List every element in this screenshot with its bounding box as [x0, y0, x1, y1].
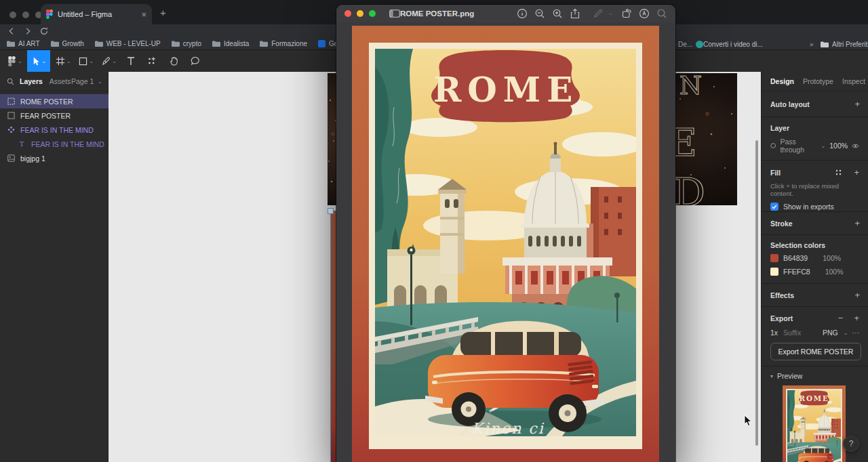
close-window-icon[interactable] [9, 12, 16, 18]
search-icon[interactable] [656, 8, 667, 19]
screen: Untitled – Figma × + figma.com/file/ZOqa… [0, 0, 868, 462]
markup-toolbar-icon[interactable] [639, 8, 650, 19]
bookmark-item[interactable]: Formazione [260, 40, 307, 47]
tab-layers[interactable]: Layers [20, 77, 43, 85]
blend-mode-icon[interactable] [770, 142, 776, 149]
forward-icon[interactable] [23, 26, 33, 36]
selection-color-row[interactable]: FFEFC8 100% [770, 268, 859, 276]
mouse-cursor [744, 415, 752, 427]
fill-section: Fill + Click + to replace mixed content.… [762, 161, 868, 212]
minimize-window-icon[interactable] [22, 12, 29, 18]
layer-opacity-field[interactable]: 100% [829, 142, 848, 150]
close-icon[interactable] [344, 10, 351, 17]
tab-prototype[interactable]: Prototype [803, 77, 833, 85]
rotate-icon[interactable] [621, 8, 632, 19]
info-icon[interactable] [517, 8, 528, 19]
minimize-icon[interactable] [357, 10, 363, 17]
selection-colors-section: Selection colors B64839 100% FFEFC8 100% [762, 235, 868, 284]
bookmark-item[interactable]: Idealista [212, 40, 249, 47]
shape-tool-button[interactable]: ⌄ [76, 50, 96, 72]
reload-icon[interactable] [39, 26, 49, 36]
check-icon [772, 205, 777, 209]
main-menu-button[interactable]: ⌄ [5, 50, 24, 72]
folder-icon [95, 41, 103, 47]
text-tool-button[interactable] [122, 50, 140, 72]
styles-icon[interactable] [835, 169, 842, 175]
chevron-down-icon: ⌄ [18, 58, 22, 64]
browser-tab[interactable]: Untitled – Figma × [41, 4, 152, 24]
comment-tool-button[interactable] [186, 50, 205, 72]
tab-assets[interactable]: Assets [50, 77, 71, 85]
search-icon[interactable] [7, 78, 14, 85]
tab-title: Untitled – Figma [58, 10, 141, 18]
folder-icon [7, 41, 15, 47]
frame-outline-icon [7, 112, 15, 119]
export-options-icon[interactable]: ⋯ [852, 329, 860, 337]
hand-tool-button[interactable] [164, 50, 183, 72]
layer-row-fear-poster[interactable]: FEAR POSTER [0, 108, 108, 123]
help-button[interactable]: ? [843, 436, 859, 452]
tab-inspect[interactable]: Inspect [842, 77, 865, 85]
zoom-icon[interactable] [369, 10, 376, 17]
export-button[interactable]: Export ROME POSTER [770, 343, 861, 360]
bookmark-item[interactable]: Converti i video di... [696, 41, 763, 48]
effects-section: Effects + [762, 284, 868, 307]
bookmark-item[interactable]: AI ART [7, 40, 40, 47]
add-export-icon[interactable]: + [854, 313, 859, 323]
preview-window[interactable]: ⌄ ROME POSTER.png ⌄ [336, 5, 675, 462]
fear-letter-n: N [679, 73, 702, 100]
show-in-exports-checkbox[interactable] [770, 203, 778, 211]
export-format-dropdown[interactable]: PNG [823, 329, 838, 337]
zoom-in-icon[interactable] [552, 8, 563, 19]
new-tab-button[interactable]: + [160, 7, 166, 18]
calendar-icon [318, 40, 326, 47]
resources-tool-button[interactable] [142, 50, 161, 72]
chevron-down-icon: ⌄ [608, 10, 613, 16]
blend-mode-dropdown[interactable]: Pass through [780, 138, 815, 154]
image-layer-icon [7, 154, 15, 162]
collapse-triangle-icon[interactable]: ▾ [770, 373, 773, 379]
frame-tool-button[interactable]: ⌄ [53, 50, 73, 72]
add-effect-icon[interactable]: + [854, 290, 860, 300]
export-scale-dropdown[interactable]: 1x [770, 329, 778, 337]
color-swatch[interactable] [770, 268, 778, 276]
color-swatch[interactable] [770, 254, 778, 262]
chevron-down-icon: ⌄ [112, 58, 117, 64]
sidebar-icon[interactable] [389, 9, 400, 18]
bookmark-item[interactable]: Growth [51, 40, 84, 47]
move-tool-button[interactable]: ⌄ [27, 50, 50, 72]
window-title: ROME POSTER.png [400, 9, 474, 18]
canvas-scrollbar[interactable] [755, 140, 758, 446]
layer-row-bigjpg[interactable]: bigjpg 1 [0, 151, 108, 165]
tab-close-icon[interactable]: × [141, 10, 146, 19]
share-icon[interactable] [570, 8, 580, 19]
add-fill-icon[interactable]: + [854, 167, 859, 177]
selection-handle[interactable] [328, 208, 334, 214]
show-in-exports-label: Show in exports [783, 203, 834, 211]
add-stroke-icon[interactable]: + [854, 218, 860, 228]
selection-color-row[interactable]: B64839 100% [770, 254, 859, 262]
bookmark-item[interactable]: WEB - LEVEL-UP [95, 40, 161, 47]
page-selector[interactable]: Page 1 [71, 77, 94, 85]
eye-icon[interactable] [852, 143, 859, 149]
layer-row-fear-text[interactable]: T FEAR IS IN THE MIND [0, 137, 108, 151]
layer-row-rome-poster[interactable]: ROME POSTER [0, 94, 108, 108]
layer-row-fear-component[interactable]: FEAR IS IN THE MIND [0, 123, 108, 137]
folder-icon [260, 41, 268, 47]
other-bookmarks[interactable]: Altri Preferiti [821, 41, 868, 48]
fear-letter-d: D [673, 169, 705, 205]
preview-title-bar[interactable]: ⌄ ROME POSTER.png ⌄ [336, 5, 675, 23]
back-icon[interactable] [7, 26, 16, 36]
bookmarks-overflow-icon[interactable]: » [810, 41, 814, 48]
fill-hint: Click + to replace mixed content. [770, 182, 859, 197]
remove-export-icon[interactable]: − [838, 313, 844, 323]
pen-tool-button[interactable]: ⌄ [99, 50, 119, 72]
chevron-down-icon: ⌄ [89, 58, 94, 64]
add-auto-layout-icon[interactable]: + [854, 99, 860, 109]
export-suffix-input[interactable] [782, 328, 814, 337]
zoom-out-icon[interactable] [534, 8, 545, 19]
pen-icon [102, 57, 111, 66]
tab-design[interactable]: Design [770, 77, 794, 85]
bookmark-item[interactable]: crypto [172, 40, 201, 47]
bookmark-item[interactable]: - De... [674, 41, 692, 48]
